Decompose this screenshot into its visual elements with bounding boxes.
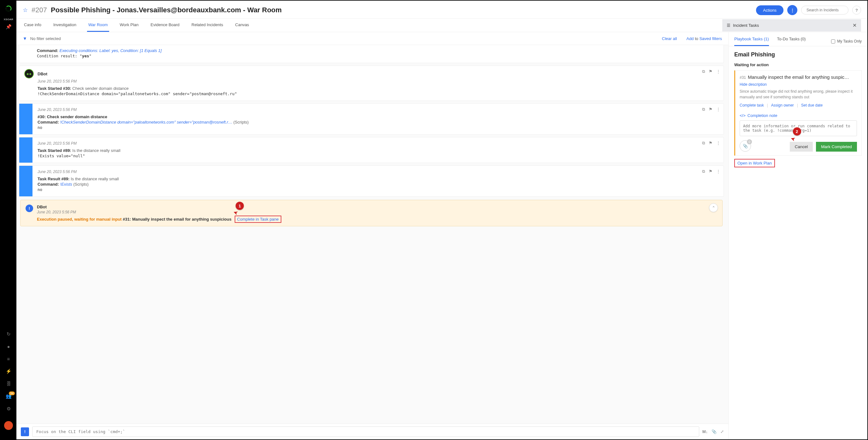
entry-timestamp: June 20, 2023 5:56 PM — [37, 210, 713, 214]
kebab-icon[interactable]: ⋮ — [716, 107, 720, 112]
hide-description-link[interactable]: Hide description — [740, 82, 767, 87]
history-icon[interactable]: ↻ — [7, 331, 11, 337]
saved-filters-link[interactable]: Saved filters — [699, 36, 722, 41]
entry-stripe — [19, 166, 32, 196]
cancel-button[interactable]: Cancel — [790, 142, 813, 151]
xsoar-label: XSOAR — [4, 18, 13, 21]
markdown-toggle[interactable]: M↓ — [703, 429, 708, 434]
bomb-icon[interactable]: ● — [7, 344, 10, 349]
set-due-date-link[interactable]: Set due date — [801, 103, 823, 107]
kebab-icon[interactable]: ⋮ — [716, 169, 720, 174]
tab-work-plan[interactable]: Work Plan — [119, 19, 140, 32]
entry-stripe — [19, 104, 32, 134]
gear-icon[interactable]: ⚙ — [7, 406, 11, 412]
sliders-icon[interactable]: ≡ — [7, 356, 10, 362]
search-input[interactable] — [801, 6, 848, 14]
feed-entry: ⧉⚑⋮ June 20, 2023 5:56 PM Task Started #… — [19, 137, 724, 163]
cli-input[interactable] — [32, 427, 699, 437]
pin-icon[interactable]: 📌 — [6, 24, 12, 30]
tab-investigation[interactable]: Investigation — [52, 19, 78, 32]
assign-owner-link[interactable]: Assign owner — [771, 103, 794, 107]
filter-icon[interactable]: ▼ — [23, 36, 27, 41]
entry-stripe — [19, 137, 32, 163]
tab-todo-tasks[interactable]: To-Do Tasks (0) — [777, 37, 806, 46]
callout-2: 2 — [793, 127, 801, 136]
incident-tabs: Case info Investigation War Room Work Pl… — [17, 19, 867, 32]
kebab-icon[interactable]: ⋮ — [716, 141, 720, 146]
copy-icon[interactable]: ⧉ — [702, 169, 705, 174]
task-description: Since automatic triage did not find anyt… — [740, 89, 857, 100]
callout-1: 1 — [236, 202, 244, 210]
feed-entry: Command: Executing conditions: Label: ye… — [19, 45, 724, 63]
kebab-icon[interactable]: ⋮ — [716, 69, 720, 74]
filter-bar: ▼ No filter selected Clear all Add to Sa… — [17, 32, 728, 45]
user-avatar[interactable] — [4, 421, 13, 430]
tab-war-room[interactable]: War Room — [87, 19, 109, 32]
help-button[interactable]: ? — [852, 6, 861, 14]
entry-timestamp: June 20, 2023 5:56 PM — [37, 170, 718, 174]
tab-playbook-tasks[interactable]: Playbook Tasks (1) — [734, 37, 769, 46]
task-title: Manually inspect the email for anything … — [748, 74, 849, 80]
war-room-feed[interactable]: Command: Executing conditions: Label: ye… — [17, 45, 728, 424]
flag-icon[interactable]: ⚑ — [709, 107, 713, 112]
filter-text: No filter selected — [30, 36, 61, 41]
my-tasks-checkbox[interactable]: My Tasks Only — [831, 39, 862, 43]
open-in-work-plan-link[interactable]: Open in Work Plan — [734, 159, 775, 167]
incident-id: #207 — [32, 6, 47, 14]
entry-timestamp: June 20, 2023 5:56 PM — [37, 107, 718, 112]
community-icon[interactable]: 👥34 — [6, 393, 12, 399]
paused-entry: ⌃ ! DBot June 20, 2023 5:56 PM Execution… — [20, 200, 722, 226]
flag-icon[interactable]: ⚑ — [709, 169, 713, 174]
list-icon: ☰ — [727, 23, 731, 28]
completion-note-label: Completion note — [747, 113, 777, 118]
feed-entry: ⧉⚑⋮ June 20, 2023 5:56 PM #30: Check sen… — [19, 103, 724, 135]
flag-icon[interactable]: ⚑ — [709, 69, 713, 74]
star-icon[interactable]: ☆ — [23, 7, 28, 13]
complete-in-task-pane-link[interactable]: Complete in Task pane — [235, 215, 281, 223]
xsoar-logo-icon[interactable] — [4, 4, 13, 13]
attachment-button[interactable]: 📎0 — [740, 140, 751, 151]
scroll-up-button[interactable]: ⌃ — [709, 203, 718, 212]
tab-case-info[interactable]: Case info — [23, 19, 42, 32]
copy-icon[interactable]: ⧉ — [702, 141, 705, 146]
briefcase-icon[interactable]: 🗄 — [6, 381, 11, 386]
actions-button[interactable]: Actions — [756, 5, 783, 15]
entry-author: DBot — [37, 205, 713, 209]
task-card: #31Manually inspect the email for anythi… — [734, 70, 862, 156]
incident-title: Possible Phishing - Jonas.Versailles@bor… — [51, 6, 752, 14]
close-icon[interactable]: ✕ — [852, 22, 857, 28]
entry-author: DBot — [37, 72, 47, 76]
cli-bar: ! M↓ 📎 ⤢ — [17, 424, 728, 439]
feed-entry: ⧉⚑⋮ June 20, 2023 5:56 PM Task Result #8… — [19, 166, 724, 197]
clear-all-link[interactable]: Clear all — [662, 36, 677, 41]
entry-timestamp: June 20, 2023 5:56 PM — [37, 141, 718, 146]
add-filter-link[interactable]: Add — [686, 36, 693, 41]
dbot-avatar-icon: ●● — [24, 69, 34, 78]
attachment-icon[interactable]: 📎 — [712, 429, 717, 434]
tasks-panel-title: Incident Tasks — [733, 23, 759, 28]
tab-evidence-board[interactable]: Evidence Board — [149, 19, 181, 32]
mark-completed-button[interactable]: Mark Completed — [816, 142, 857, 151]
more-menu-button[interactable]: ⋮ — [787, 5, 797, 15]
cli-badge-icon[interactable]: ! — [21, 428, 29, 436]
expand-icon[interactable]: ⤢ — [720, 429, 724, 434]
bolt-icon[interactable]: ⚡ — [6, 368, 12, 374]
incident-tasks-panel: Playbook Tasks (1) To-Do Tasks (0) My Ta… — [728, 32, 867, 439]
copy-icon[interactable]: ⧉ — [702, 107, 705, 112]
tab-canvas[interactable]: Canvas — [234, 19, 250, 32]
war-room-column: ▼ No filter selected Clear all Add to Sa… — [17, 32, 728, 439]
tasks-panel-header: ☰ Incident Tasks ✕ — [722, 19, 861, 32]
paused-message: Execution paused, waiting for manual inp… — [37, 217, 122, 222]
page-header: ☆ #207 Possible Phishing - Jonas.Versail… — [17, 1, 867, 19]
entry-timestamp: June 20, 2023 5:56 PM — [37, 79, 718, 83]
copy-icon[interactable]: ⧉ — [702, 69, 705, 74]
left-sidebar: XSOAR 📌 ↻ ● ≡ ⚡ 🗄 👥34 ⚙ — [1, 1, 17, 439]
feed-entry: ⧉⚑⋮ ●● DBot June 20, 2023 5:56 PM Task S… — [19, 66, 724, 101]
playbook-title: Email Phishing — [734, 52, 862, 58]
tab-related-incidents[interactable]: Related Incidents — [190, 19, 224, 32]
flag-icon[interactable]: ⚑ — [709, 141, 713, 146]
complete-task-link[interactable]: Complete task — [740, 103, 764, 107]
task-number: #31 — [740, 75, 746, 80]
code-icon: </> — [740, 113, 746, 118]
info-icon: ! — [26, 205, 33, 212]
